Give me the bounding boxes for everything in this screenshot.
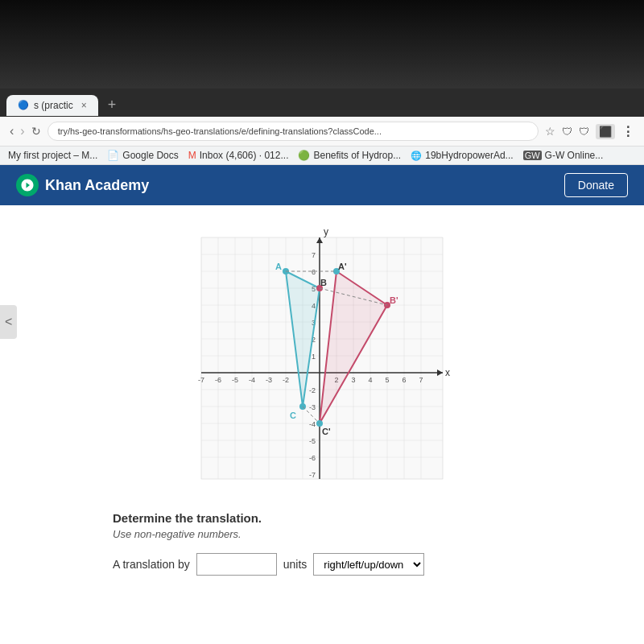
ka-logo-text: Khan Academy — [45, 177, 149, 194]
svg-text:-4: -4 — [309, 420, 316, 428]
ka-page: Khan Academy Donate — [0, 165, 644, 644]
url-input[interactable]: try/hs-geo-transformations/hs-geo-transl… — [47, 122, 539, 141]
translation-row: A translation by units right/left/up/dow… — [113, 553, 531, 576]
monitor-bezel — [0, 0, 644, 89]
bookmark-inbox[interactable]: M Inbox (4,606) · 012... — [188, 150, 289, 161]
svg-text:-7: -7 — [198, 376, 204, 384]
url-text: try/hs-geo-transformations/hs-geo-transl… — [58, 126, 382, 136]
coordinate-graph: x y -7 -6 -5 -4 -3 -2 2 — [185, 221, 459, 495]
address-bar: ‹ › ↻ try/hs-geo-transformations/hs-geo-… — [0, 117, 644, 147]
ka-nav: Donate — [564, 173, 628, 197]
shield-icon-1: 🛡 — [562, 126, 572, 138]
svg-text:-5: -5 — [232, 376, 238, 384]
bookmark-google-docs-label: Google Docs — [122, 150, 178, 161]
ka-content: x y -7 -6 -5 -4 -3 -2 2 — [0, 205, 644, 592]
svg-text:-6: -6 — [309, 454, 316, 462]
svg-text:-5: -5 — [309, 437, 316, 445]
gmail-icon: M — [188, 150, 196, 161]
bookmark-project[interactable]: My first project – M... — [8, 150, 97, 161]
svg-text:-6: -6 — [215, 376, 221, 384]
19b-icon: 🌐 — [411, 151, 422, 161]
gw-icon: GW — [523, 151, 542, 160]
bookmark-hydro-label: Benefits of Hydrop... — [313, 150, 401, 161]
svg-text:-3: -3 — [266, 376, 272, 384]
label-A-prime: A' — [338, 262, 347, 271]
back-button[interactable]: ‹ — [10, 124, 14, 138]
ka-header: Khan Academy Donate — [0, 165, 644, 205]
svg-text:3: 3 — [351, 376, 355, 384]
bookmark-project-label: My first project – M... — [8, 150, 97, 161]
bookmark-19b-label: 19bHydropowerAd... — [425, 150, 513, 161]
label-B: B — [320, 278, 327, 287]
svg-text:-7: -7 — [309, 471, 316, 479]
label-C: C — [290, 411, 296, 420]
svg-text:1: 1 — [312, 353, 316, 361]
bookmarks-bar: My first project – M... 📄 Google Docs M … — [0, 147, 644, 165]
page-wrapper: 🔵 s (practic × + ‹ › ↻ try/hs-geo-transf… — [0, 0, 644, 644]
bookmark-gw-label: G-W Online... — [545, 150, 604, 161]
extensions-icon[interactable]: ⬛ — [596, 124, 615, 139]
bookmark-hydro[interactable]: 🟢 Benefits of Hydrop... — [298, 150, 401, 161]
donate-button[interactable]: Donate — [564, 173, 628, 197]
y-axis-label: y — [324, 226, 328, 237]
ka-logo: Khan Academy — [16, 174, 149, 196]
svg-text:-4: -4 — [249, 376, 255, 384]
hydro-icon: 🟢 — [298, 150, 310, 161]
bookmark-inbox-label: Inbox (4,606) · 012... — [200, 150, 289, 161]
svg-text:-3: -3 — [309, 403, 316, 411]
svg-text:-2: -2 — [283, 376, 289, 384]
bookmark-google-docs[interactable]: 📄 Google Docs — [107, 150, 178, 161]
question-section: Determine the translation. Use non-negat… — [105, 511, 539, 576]
svg-text:4: 4 — [368, 376, 372, 384]
bookmark-19b[interactable]: 🌐 19bHydropowerAd... — [411, 150, 513, 161]
units-label: units — [283, 558, 308, 571]
label-C-prime: C' — [322, 427, 331, 436]
sidebar-collapse-button[interactable]: < — [0, 305, 17, 339]
svg-text:6: 6 — [312, 268, 316, 276]
svg-text:-2: -2 — [309, 386, 316, 394]
tab-label: s (practic — [34, 100, 73, 111]
bookmark-star[interactable]: ☆ — [545, 125, 555, 138]
browser-wrapper: 🔵 s (practic × + ‹ › ↻ try/hs-geo-transf… — [0, 89, 644, 644]
label-B-prime: B' — [390, 295, 398, 305]
tab-favicon: 🔵 — [18, 100, 29, 110]
shield-icon-2: 🛡 — [579, 126, 589, 138]
tab-close[interactable]: × — [81, 100, 87, 111]
reload-button[interactable]: ↻ — [31, 125, 41, 138]
new-tab-button[interactable]: + — [101, 93, 123, 117]
direction-select[interactable]: right/left/up/down right left up down — [313, 553, 424, 576]
svg-text:7: 7 — [419, 376, 423, 384]
svg-text:6: 6 — [402, 376, 406, 384]
ka-logo-icon — [16, 174, 39, 196]
graph-container: x y -7 -6 -5 -4 -3 -2 2 — [185, 221, 459, 495]
translation-prefix: A translation by — [113, 558, 190, 571]
browser-tab-active[interactable]: 🔵 s (practic × — [6, 95, 98, 116]
forward-button[interactable]: › — [20, 124, 24, 138]
google-docs-icon: 📄 — [107, 150, 119, 161]
svg-rect-0 — [201, 237, 443, 479]
svg-text:7: 7 — [312, 251, 316, 259]
menu-icon[interactable]: ⋮ — [621, 124, 634, 139]
bookmark-gw[interactable]: GW G-W Online... — [523, 150, 604, 161]
tab-bar: 🔵 s (practic × + — [0, 89, 644, 117]
x-axis-label: x — [445, 367, 450, 378]
label-A: A — [275, 262, 282, 271]
question-subtitle: Use non-negative numbers. — [113, 528, 531, 540]
svg-text:5: 5 — [385, 376, 389, 384]
question-title: Determine the translation. — [113, 511, 531, 525]
translation-value-input[interactable] — [196, 553, 277, 576]
